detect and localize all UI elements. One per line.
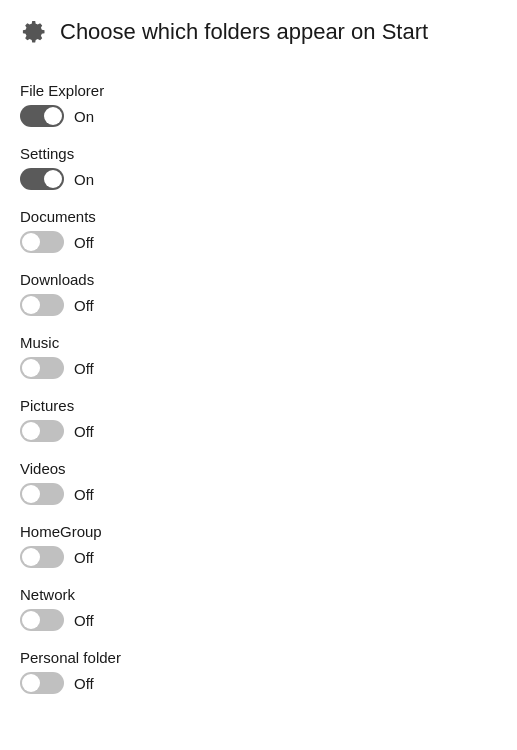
toggle-knob-documents: [22, 233, 40, 251]
folder-item-personal-folder: Personal folderOff: [20, 641, 497, 704]
toggle-state-documents: Off: [74, 234, 94, 251]
folder-list: File ExplorerOnSettingsOnDocumentsOffDow…: [20, 74, 497, 704]
toggle-settings[interactable]: [20, 168, 64, 190]
toggle-row-pictures: Off: [20, 420, 497, 442]
folder-item-homegroup: HomeGroupOff: [20, 515, 497, 578]
toggle-videos[interactable]: [20, 483, 64, 505]
folder-item-pictures: PicturesOff: [20, 389, 497, 452]
toggle-knob-personal-folder: [22, 674, 40, 692]
toggle-file-explorer[interactable]: [20, 105, 64, 127]
gear-icon: [20, 18, 48, 46]
toggle-row-music: Off: [20, 357, 497, 379]
toggle-state-personal-folder: Off: [74, 675, 94, 692]
toggle-personal-folder[interactable]: [20, 672, 64, 694]
folder-label-settings: Settings: [20, 145, 497, 162]
toggle-row-videos: Off: [20, 483, 497, 505]
toggle-row-downloads: Off: [20, 294, 497, 316]
folder-item-file-explorer: File ExplorerOn: [20, 74, 497, 137]
folder-label-videos: Videos: [20, 460, 497, 477]
folder-item-videos: VideosOff: [20, 452, 497, 515]
toggle-knob-homegroup: [22, 548, 40, 566]
folder-label-music: Music: [20, 334, 497, 351]
page-header: Choose which folders appear on Start: [20, 18, 497, 46]
toggle-state-pictures: Off: [74, 423, 94, 440]
folder-item-documents: DocumentsOff: [20, 200, 497, 263]
folder-item-music: MusicOff: [20, 326, 497, 389]
toggle-row-settings: On: [20, 168, 497, 190]
toggle-knob-videos: [22, 485, 40, 503]
toggle-downloads[interactable]: [20, 294, 64, 316]
toggle-knob-settings: [44, 170, 62, 188]
toggle-state-downloads: Off: [74, 297, 94, 314]
toggle-knob-file-explorer: [44, 107, 62, 125]
folder-item-settings: SettingsOn: [20, 137, 497, 200]
toggle-state-music: Off: [74, 360, 94, 377]
folder-item-network: NetworkOff: [20, 578, 497, 641]
folder-label-network: Network: [20, 586, 497, 603]
toggle-state-homegroup: Off: [74, 549, 94, 566]
folder-label-downloads: Downloads: [20, 271, 497, 288]
toggle-homegroup[interactable]: [20, 546, 64, 568]
page-title: Choose which folders appear on Start: [60, 19, 428, 45]
folder-item-downloads: DownloadsOff: [20, 263, 497, 326]
toggle-row-file-explorer: On: [20, 105, 497, 127]
folder-label-personal-folder: Personal folder: [20, 649, 497, 666]
toggle-documents[interactable]: [20, 231, 64, 253]
folder-label-pictures: Pictures: [20, 397, 497, 414]
toggle-state-settings: On: [74, 171, 94, 188]
toggle-network[interactable]: [20, 609, 64, 631]
folder-label-file-explorer: File Explorer: [20, 82, 497, 99]
folder-label-documents: Documents: [20, 208, 497, 225]
toggle-pictures[interactable]: [20, 420, 64, 442]
toggle-state-videos: Off: [74, 486, 94, 503]
toggle-music[interactable]: [20, 357, 64, 379]
folder-label-homegroup: HomeGroup: [20, 523, 497, 540]
toggle-row-network: Off: [20, 609, 497, 631]
toggle-row-homegroup: Off: [20, 546, 497, 568]
toggle-state-file-explorer: On: [74, 108, 94, 125]
toggle-row-documents: Off: [20, 231, 497, 253]
toggle-knob-downloads: [22, 296, 40, 314]
toggle-knob-music: [22, 359, 40, 377]
toggle-knob-pictures: [22, 422, 40, 440]
toggle-state-network: Off: [74, 612, 94, 629]
toggle-row-personal-folder: Off: [20, 672, 497, 694]
toggle-knob-network: [22, 611, 40, 629]
